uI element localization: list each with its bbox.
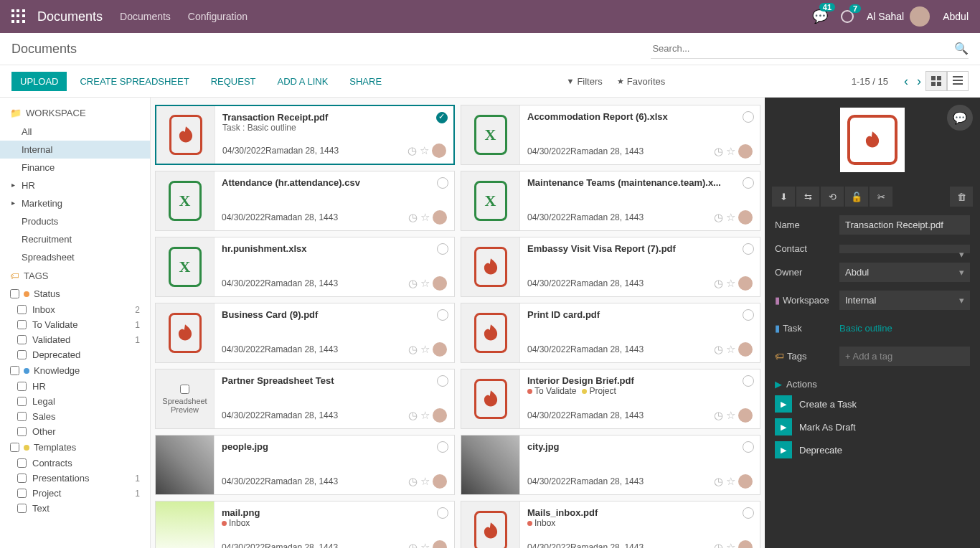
file-card[interactable]: people.jpg04/30/2022Ramadan 28, 1443◷☆ — [155, 435, 455, 495]
search-input[interactable] — [651, 39, 969, 59]
action-button[interactable]: ▶Mark As Draft — [765, 415, 980, 438]
star-icon[interactable]: ☆ — [726, 541, 735, 548]
user-name[interactable]: Abdul — [943, 11, 969, 22]
tag-checkbox[interactable] — [17, 335, 27, 344]
select-toggle[interactable] — [437, 507, 448, 519]
filters-button[interactable]: ▼Filters — [567, 76, 603, 87]
file-card[interactable]: Interior Design Brief.pdfTo ValidateProj… — [461, 369, 760, 429]
activity-icon[interactable]: 7 — [841, 10, 854, 23]
tag-item[interactable]: Contracts — [0, 456, 150, 471]
name-input[interactable]: Transaction Receipt.pdf — [839, 215, 970, 235]
pager-next-icon[interactable]: › — [917, 74, 921, 89]
tag-item[interactable]: To Validate1 — [0, 317, 150, 332]
select-toggle[interactable] — [437, 243, 448, 255]
workspace-item[interactable]: ▸Marketing — [0, 194, 150, 212]
nav-documents[interactable]: Documents — [120, 11, 171, 22]
file-card[interactable]: XMaintenance Teams (maintenance.team).x.… — [461, 171, 760, 231]
file-card[interactable]: Mails_inbox.pdfInbox04/30/2022Ramadan 28… — [461, 501, 760, 548]
workspace-item[interactable]: ▸HR — [0, 176, 150, 194]
star-icon[interactable]: ☆ — [726, 409, 735, 422]
tag-item[interactable]: Presentations1 — [0, 471, 150, 486]
file-card[interactable]: Print ID card.pdf04/30/2022Ramadan 28, 1… — [461, 303, 760, 363]
upload-button[interactable]: UPLOAD — [11, 72, 67, 91]
tag-checkbox[interactable] — [10, 443, 19, 452]
pager-prev-icon[interactable]: ‹ — [904, 74, 908, 89]
tag-checkbox[interactable] — [17, 489, 27, 498]
file-card[interactable]: mail.pngInbox04/30/2022Ramadan 28, 1443◷… — [155, 501, 455, 548]
workspace-item[interactable]: All — [0, 123, 150, 141]
tag-item[interactable]: Inbox2 — [0, 302, 150, 317]
kanban-view-button[interactable] — [925, 71, 947, 91]
star-icon[interactable]: ☆ — [420, 343, 430, 356]
tag-checkbox[interactable] — [10, 366, 19, 375]
file-card[interactable]: Xhr.punishment.xlsx04/30/2022Ramadan 28,… — [155, 237, 455, 297]
tag-item[interactable]: Other — [0, 424, 150, 439]
action-button[interactable]: ▶Deprecate — [765, 438, 980, 461]
select-toggle[interactable] — [743, 177, 754, 189]
tag-item[interactable]: Text — [0, 501, 150, 516]
tag-group[interactable]: Status — [0, 286, 150, 302]
tag-checkbox[interactable] — [17, 504, 27, 513]
file-card[interactable]: Business Card (9).pdf04/30/2022Ramadan 2… — [155, 303, 455, 363]
list-view-button[interactable] — [947, 71, 969, 91]
apps-menu-icon[interactable] — [11, 9, 26, 24]
tag-checkbox[interactable] — [17, 382, 27, 391]
select-toggle[interactable] — [437, 309, 448, 321]
select-toggle[interactable] — [437, 441, 448, 453]
add-link-button[interactable]: ADD A LINK — [269, 72, 337, 91]
file-card[interactable]: Spreadsheet PreviewPartner Spreadsheet T… — [155, 369, 455, 429]
task-link[interactable]: Basic outline — [839, 319, 970, 338]
select-toggle[interactable] — [743, 507, 754, 519]
share-icon[interactable]: ⇆ — [796, 187, 819, 207]
owner-select[interactable]: Abdul — [839, 263, 970, 282]
star-icon[interactable]: ☆ — [420, 409, 430, 422]
tag-checkbox[interactable] — [17, 427, 27, 436]
star-icon[interactable]: ☆ — [726, 343, 735, 356]
favorites-button[interactable]: ★Favorites — [617, 76, 665, 87]
tag-checkbox[interactable] — [17, 305, 27, 314]
file-card[interactable]: XAccommodation Report (6).xlsx04/30/2022… — [461, 105, 760, 165]
request-button[interactable]: REQUEST — [202, 72, 265, 91]
tag-item[interactable]: Project1 — [0, 486, 150, 501]
workspace-item[interactable]: Products — [0, 212, 150, 230]
tag-item[interactable]: Deprecated — [0, 347, 150, 362]
select-toggle[interactable] — [436, 112, 448, 123]
star-icon[interactable]: ☆ — [420, 277, 430, 290]
tag-item[interactable]: Legal — [0, 394, 150, 409]
tags-input[interactable]: + Add a tag — [839, 347, 970, 366]
archive-icon[interactable]: 🗑 — [950, 187, 973, 207]
messaging-icon[interactable]: 💬 41 — [812, 9, 828, 24]
chat-icon[interactable]: 💬 — [947, 105, 973, 131]
select-toggle[interactable] — [743, 111, 754, 123]
cut-icon[interactable]: ✂ — [870, 187, 892, 207]
star-icon[interactable]: ☆ — [420, 144, 429, 157]
star-icon[interactable]: ☆ — [420, 541, 430, 548]
star-icon[interactable]: ☆ — [420, 211, 430, 224]
file-card[interactable]: city.jpg04/30/2022Ramadan 28, 1443◷☆ — [461, 435, 760, 495]
share-button[interactable]: SHARE — [341, 72, 390, 91]
download-icon[interactable]: ⬇ — [772, 187, 795, 207]
workspace-item[interactable]: Spreadsheet — [0, 248, 150, 266]
company-name[interactable]: Al Sahal — [867, 11, 904, 22]
star-icon[interactable]: ☆ — [726, 145, 735, 158]
search-icon[interactable]: 🔍 — [954, 42, 969, 55]
tag-checkbox[interactable] — [17, 474, 27, 483]
tag-group[interactable]: Knowledge — [0, 362, 150, 379]
workspace-select[interactable]: Internal — [839, 291, 970, 310]
action-button[interactable]: ▶Create a Task — [765, 392, 980, 415]
tag-checkbox[interactable] — [17, 320, 27, 329]
tag-item[interactable]: HR — [0, 379, 150, 394]
workspace-item[interactable]: Finance — [0, 159, 150, 176]
file-card[interactable]: Embassy Visit Visa Report (7).pdf04/30/2… — [461, 237, 760, 297]
tag-checkbox[interactable] — [17, 458, 27, 468]
select-toggle[interactable] — [743, 441, 754, 453]
tag-item[interactable]: Validated1 — [0, 332, 150, 347]
select-toggle[interactable] — [743, 243, 754, 255]
create-spreadsheet-button[interactable]: CREATE SPREADSHEET — [71, 72, 197, 91]
select-toggle[interactable] — [743, 309, 754, 321]
user-avatar[interactable] — [910, 6, 930, 27]
nav-configuration[interactable]: Configuration — [188, 11, 248, 22]
workspace-item[interactable]: Internal — [0, 141, 150, 159]
tag-checkbox[interactable] — [17, 412, 27, 421]
select-toggle[interactable] — [437, 177, 448, 189]
